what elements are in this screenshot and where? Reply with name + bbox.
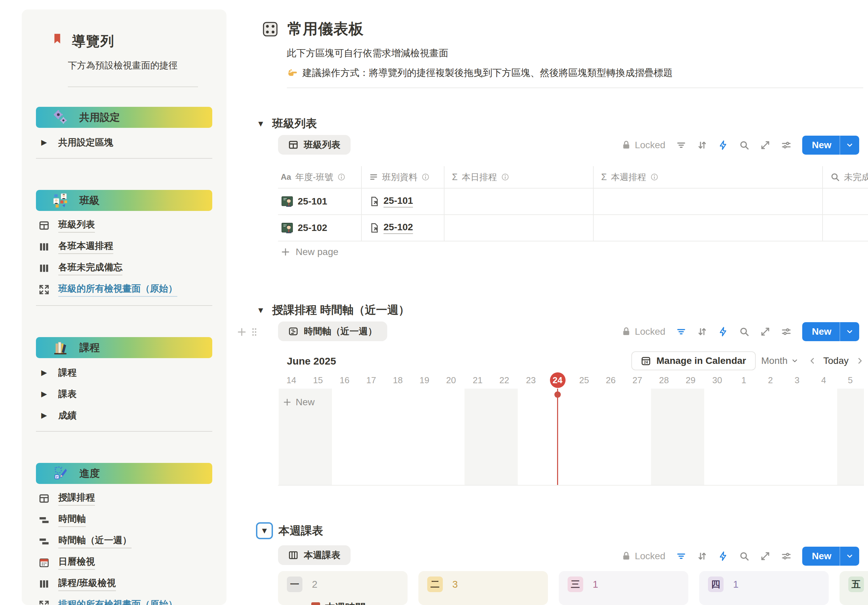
date-cell[interactable]: 17 [358, 372, 385, 389]
date-cell[interactable]: 20 [438, 372, 465, 389]
kanban-column-tuesday[interactable]: 二 3 [418, 571, 548, 605]
date-cell[interactable]: 5 [837, 372, 864, 389]
toggle-right-icon[interactable]: ▶ [39, 389, 50, 399]
column-header-week-schedule[interactable]: Σ 本週排程 [593, 166, 822, 188]
expand-diagonal-icon[interactable] [760, 140, 770, 150]
column-header-class-data[interactable]: 班別資料 [361, 166, 444, 188]
sidebar-item-class-list[interactable]: 班級列表 [36, 219, 212, 232]
zap-icon[interactable] [718, 327, 728, 337]
sliders-icon[interactable] [781, 140, 791, 150]
empty-cell[interactable] [444, 189, 593, 214]
sidebar-item-calendar-view[interactable]: 日曆檢視 [36, 556, 212, 569]
column-header-title[interactable]: Aa 年度-班號 [278, 166, 361, 188]
page-mention-link[interactable]: 25-102 [383, 222, 413, 234]
filter-icon[interactable] [676, 327, 686, 337]
date-cell[interactable]: 27 [624, 372, 651, 389]
locked-indicator[interactable]: Locked [621, 551, 665, 562]
column-header-today-schedule[interactable]: Σ 本日排程 [444, 166, 593, 188]
sidebar-item-teaching-schedule[interactable]: 授課排程 [36, 492, 212, 505]
toggle-right-icon[interactable]: ▶ [39, 138, 50, 147]
expand-diagonal-icon[interactable] [760, 327, 770, 337]
drag-handle-icon[interactable] [251, 327, 258, 337]
manage-in-calendar-button[interactable]: Manage in Calendar [631, 351, 756, 370]
locked-indicator[interactable]: Locked [621, 326, 665, 337]
date-cell[interactable]: 23 [518, 372, 544, 389]
sort-icon[interactable] [697, 140, 707, 150]
sidebar-item-course-class-view[interactable]: 課程/班級檢視 [36, 577, 212, 591]
day-chip[interactable]: 三 [567, 577, 583, 592]
row-title[interactable]: 25-102 [298, 222, 327, 233]
timeline-body[interactable]: 14 15 16 17 18 19 20 21 22 23 24 25 26 2… [278, 372, 864, 486]
date-cell[interactable]: 18 [384, 372, 411, 389]
day-chip[interactable]: 二 [427, 577, 443, 592]
date-cell[interactable]: 29 [677, 372, 704, 389]
week-view-tab[interactable]: 本週課表 [278, 545, 350, 565]
date-cell[interactable]: 26 [597, 372, 624, 389]
filter-icon[interactable] [676, 551, 686, 561]
day-chip[interactable]: 四 [708, 577, 724, 592]
chevron-down-icon[interactable] [840, 141, 859, 149]
toggle-down-focused[interactable]: ▼ [256, 522, 273, 539]
sort-icon[interactable] [697, 327, 707, 337]
date-cell[interactable]: 15 [305, 372, 332, 389]
sidebar-item-timeline-recent-week[interactable]: 時間軸（近一週） [36, 534, 212, 548]
date-cell[interactable]: 1 [731, 372, 758, 389]
table-row[interactable]: 25-102 25-102 [278, 215, 868, 242]
expand-diagonal-icon[interactable] [760, 551, 770, 561]
empty-cell[interactable] [822, 189, 868, 214]
toggle-down-icon[interactable]: ▼ [257, 306, 265, 315]
date-cell[interactable]: 16 [331, 372, 358, 389]
page-mention-link[interactable]: 25-101 [383, 195, 413, 208]
date-cell[interactable]: 4 [811, 372, 837, 389]
toggle-right-icon[interactable]: ▶ [39, 411, 50, 420]
empty-cell[interactable] [593, 189, 822, 214]
timeline-view-tab[interactable]: 時間軸（近一週） [278, 321, 387, 341]
timeline-zoom-select[interactable]: Month [761, 355, 798, 366]
kanban-column-wednesday[interactable]: 三 1 [559, 571, 688, 605]
timeline-new-button[interactable]: New [283, 397, 315, 408]
date-cell[interactable]: 21 [465, 372, 491, 389]
next-period-icon[interactable] [856, 357, 864, 365]
row-title[interactable]: 25-101 [298, 196, 327, 207]
sliders-icon[interactable] [781, 327, 791, 337]
add-block-icon[interactable] [237, 327, 247, 337]
sidebar-item-schedule-all-views[interactable]: 排程的所有檢視畫面（原始） [36, 599, 212, 605]
date-cell[interactable]: 22 [491, 372, 518, 389]
class-view-tab[interactable]: 班級列表 [278, 135, 350, 155]
new-page-button[interactable]: New page [278, 242, 868, 262]
toggle-right-icon[interactable]: ▶ [39, 368, 50, 377]
date-cell[interactable]: 28 [651, 372, 677, 389]
prev-period-icon[interactable] [808, 357, 817, 365]
date-cell[interactable]: 2 [757, 372, 784, 389]
column-header-unfinished[interactable]: 未完成備 [822, 166, 868, 188]
sliders-icon[interactable] [781, 551, 791, 561]
search-icon[interactable] [739, 551, 749, 561]
date-cell[interactable]: 19 [411, 372, 438, 389]
empty-cell[interactable] [444, 215, 593, 241]
sidebar-item-class-unfinished-memo[interactable]: 各班未完成備忘 [36, 261, 212, 275]
sidebar-item-courses[interactable]: ▶ 課程 [36, 366, 212, 380]
date-cell[interactable]: 30 [704, 372, 731, 389]
table-row[interactable]: 25-101 25-101 [278, 189, 868, 215]
sidebar-item-shared-settings-block[interactable]: ▶ 共用設定區塊 [36, 136, 212, 149]
date-cell[interactable]: 3 [784, 372, 811, 389]
today-date-cell[interactable]: 24 [544, 372, 571, 389]
sidebar-item-class-week-schedule[interactable]: 各班本週排程 [36, 240, 212, 254]
search-icon[interactable] [739, 140, 749, 150]
kanban-column-friday[interactable]: 五 [840, 571, 868, 605]
toggle-down-icon[interactable]: ▼ [257, 119, 265, 129]
empty-cell[interactable] [593, 215, 822, 241]
date-cell[interactable]: 25 [571, 372, 598, 389]
zap-icon[interactable] [718, 551, 728, 561]
sidebar-item-course-table[interactable]: ▶ 課表 [36, 387, 212, 401]
day-chip[interactable]: 五 [848, 577, 864, 592]
kanban-column-monday[interactable]: 一 2 [278, 571, 408, 605]
chevron-down-icon[interactable] [840, 552, 859, 560]
sidebar-item-timeline[interactable]: 時間軸 [36, 513, 212, 527]
sidebar-item-grades[interactable]: ▶ 成績 [36, 409, 212, 422]
filter-icon[interactable] [676, 140, 686, 150]
date-cell[interactable]: 14 [278, 372, 305, 389]
empty-cell[interactable] [822, 215, 868, 241]
new-button[interactable]: New [802, 547, 859, 566]
locked-indicator[interactable]: Locked [621, 140, 665, 150]
